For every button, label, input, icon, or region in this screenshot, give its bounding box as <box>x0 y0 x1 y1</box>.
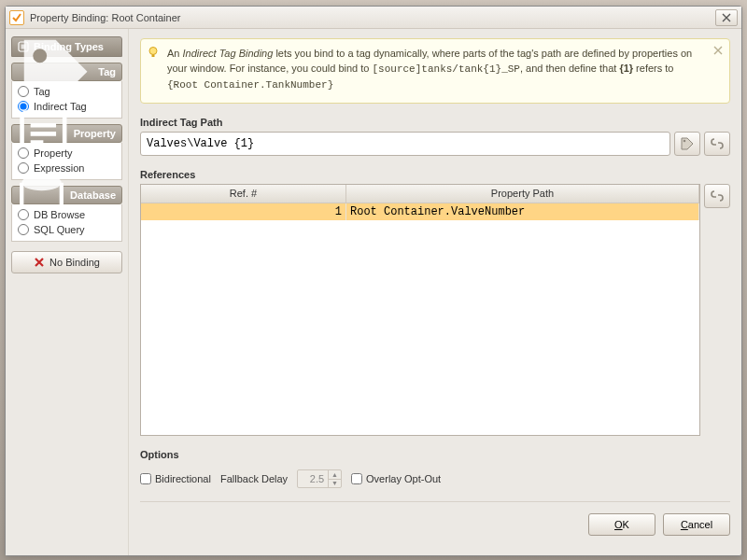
overlay-optout-checkbox[interactable]: Overlay Opt-Out <box>351 473 441 484</box>
svg-point-7 <box>684 140 686 143</box>
content-area: Binding Types Tag Tag Indirect Tag Prope… <box>6 29 741 555</box>
radio-label: DB Browse <box>34 209 85 220</box>
radio-label: Property <box>34 147 73 159</box>
divider <box>140 501 730 502</box>
help-close-icon[interactable] <box>712 45 724 56</box>
sidebar: Binding Types Tag Tag Indirect Tag Prope… <box>6 29 129 555</box>
cell-property-path: Root Container.ValveNumber <box>346 203 699 220</box>
browse-tag-button[interactable] <box>674 132 700 156</box>
insert-reference-button[interactable] <box>704 184 730 208</box>
insert-property-button[interactable] <box>704 132 730 156</box>
svg-point-4 <box>21 175 62 191</box>
chevron-up-icon[interactable]: ▲ <box>329 470 341 479</box>
no-binding-label: No Binding <box>49 257 100 268</box>
tag-browse-icon <box>680 136 695 151</box>
col-ref[interactable]: Ref. # <box>141 185 346 203</box>
titlebar[interactable]: Property Binding: Root Container <box>6 7 741 29</box>
chevron-down-icon[interactable]: ▼ <box>329 479 341 487</box>
table-row[interactable]: 1Root Container.ValveNumber <box>141 203 699 220</box>
radio-label: Tag <box>34 86 50 97</box>
radio-property[interactable]: Property <box>18 147 116 159</box>
window-close-button[interactable] <box>715 9 738 26</box>
link-icon <box>710 189 725 203</box>
tag-icon <box>18 34 93 109</box>
indirect-path-label: Indirect Tag Path <box>140 117 730 128</box>
table-header: Ref. # Property Path <box>141 185 699 203</box>
window-title: Property Binding: Root Container <box>30 12 715 23</box>
references-label: References <box>140 169 730 180</box>
ok-button[interactable]: OK <box>588 513 655 536</box>
spinner-buttons[interactable]: ▲ ▼ <box>328 470 341 487</box>
radio-db-browse[interactable]: DB Browse <box>18 209 116 220</box>
group-title: Property <box>74 128 116 139</box>
group-header-database: Database <box>11 186 122 204</box>
group-title: Tag <box>98 66 116 77</box>
bidirectional-checkbox[interactable]: Bidirectional <box>140 473 211 484</box>
fallback-delay-input[interactable] <box>298 473 328 484</box>
app-icon <box>9 10 24 25</box>
radio-sql-query[interactable]: SQL Query <box>18 224 116 235</box>
delete-icon <box>34 257 45 268</box>
options-label: Options <box>140 449 730 460</box>
group-header-tag: Tag <box>11 63 122 81</box>
col-property-path[interactable]: Property Path <box>346 185 699 203</box>
lightbulb-icon <box>147 46 160 59</box>
group-header-property: Property <box>11 124 122 143</box>
fallback-delay-label: Fallback Delay <box>220 473 288 484</box>
svg-point-5 <box>149 48 157 55</box>
references-table[interactable]: Ref. # Property Path 1Root Container.Val… <box>140 184 700 436</box>
no-binding-button[interactable]: No Binding <box>11 251 122 273</box>
fallback-delay-spinner[interactable]: ▲ ▼ <box>297 469 342 488</box>
options-row: Bidirectional Fallback Delay ▲ ▼ Overlay… <box>140 469 730 488</box>
overlay-optout-label: Overlay Opt-Out <box>366 473 441 484</box>
cell-ref: 1 <box>141 203 346 220</box>
help-text: An Indirect Tag Binding lets you bind to… <box>167 48 692 90</box>
svg-point-2 <box>33 49 47 63</box>
bidirectional-label: Bidirectional <box>155 473 211 484</box>
radio-tag[interactable]: Tag <box>18 86 116 97</box>
main-panel: An Indirect Tag Binding lets you bind to… <box>129 29 741 555</box>
dialog-window: Property Binding: Root Container Binding… <box>5 6 742 556</box>
cancel-button[interactable]: Cancel <box>663 513 730 536</box>
group-database: Database DB Browse SQL Query <box>11 186 122 242</box>
indirect-path-input[interactable] <box>140 132 670 156</box>
svg-rect-6 <box>152 55 155 58</box>
radio-label: SQL Query <box>34 224 85 235</box>
link-icon <box>710 136 725 151</box>
help-box: An Indirect Tag Binding lets you bind to… <box>140 38 730 104</box>
close-icon <box>722 13 731 22</box>
group-title: Database <box>70 189 116 201</box>
